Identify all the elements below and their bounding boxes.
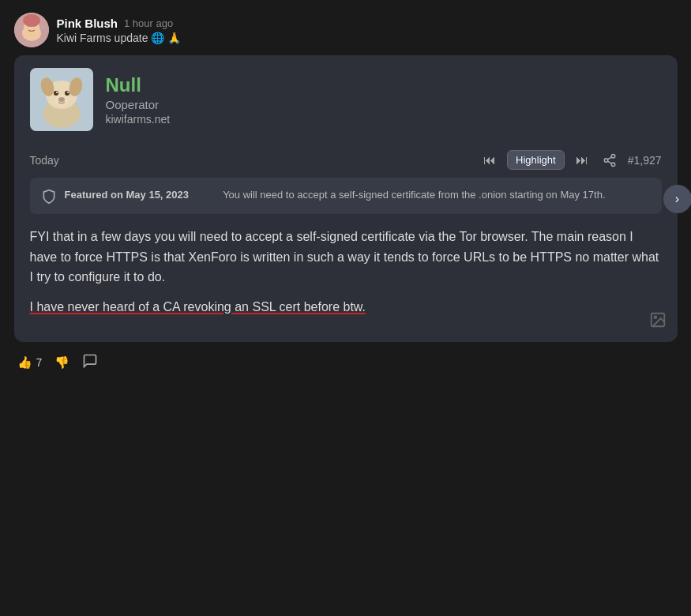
svg-line-21	[607, 156, 611, 159]
svg-line-20	[607, 161, 611, 163]
post-author: Pink Blush	[57, 17, 118, 30]
dislike-icon: 👎	[54, 355, 69, 370]
comment-icon	[82, 353, 98, 371]
post-card: Null Ooperator kiwifarms.net Today ⏮ Hig…	[14, 55, 678, 342]
post-title: Kiwi Farms update 🌐 🙏	[57, 32, 182, 44]
featured-date: Featured on May 15, 2023	[65, 189, 190, 201]
post-body: FYI that in a few days you will need to …	[30, 227, 662, 317]
post-container: Pink Blush 1 hour ago Kiwi Farms update …	[14, 13, 678, 371]
svg-point-16	[54, 95, 69, 106]
svg-point-5	[23, 14, 40, 27]
post-time: 1 hour ago	[124, 17, 173, 29]
svg-point-18	[604, 158, 608, 162]
svg-point-14	[67, 92, 69, 93]
like-button[interactable]: 👍 7	[17, 355, 43, 370]
post-author-row: Pink Blush 1 hour ago	[57, 17, 182, 30]
like-icon: 👍	[17, 355, 32, 370]
svg-point-11	[54, 91, 58, 96]
image-icon	[649, 311, 667, 332]
comment-button[interactable]	[82, 353, 98, 371]
svg-point-12	[65, 91, 69, 96]
post-number: #1,927	[628, 154, 662, 167]
card-avatar	[30, 68, 93, 131]
body-paragraph-1: FYI that in a few days you will need to …	[30, 227, 662, 287]
post-meta: Pink Blush 1 hour ago Kiwi Farms update …	[57, 17, 182, 44]
card-toolbar: Today ⏮ Highlight ⏭ #1,927	[30, 144, 662, 178]
shield-icon	[41, 189, 57, 205]
skip-back-button[interactable]: ⏮	[480, 152, 499, 169]
card-inner: Null Ooperator kiwifarms.net Today ⏮ Hig…	[14, 55, 678, 342]
svg-point-23	[654, 317, 656, 319]
author-avatar-img	[14, 13, 49, 47]
skip-forward-button[interactable]: ⏭	[573, 152, 591, 169]
highlight-button[interactable]: Highlight	[507, 150, 565, 170]
card-profile: Null Ooperator kiwifarms.net	[30, 68, 662, 131]
featured-box: Featured on May 15, 2023 You will need t…	[30, 178, 662, 214]
card-avatar-svg	[30, 68, 93, 131]
post-actions: 👍 7 👎	[14, 353, 678, 371]
share-button[interactable]	[599, 152, 620, 169]
toolbar-date: Today	[30, 154, 473, 167]
featured-description: You will need to accept a self-signed ce…	[223, 189, 605, 201]
like-count: 7	[36, 356, 43, 369]
card-user-info: Null Ooperator kiwifarms.net	[106, 68, 171, 126]
underlined-sentence: I have never heard of a CA revoking an S…	[30, 300, 366, 314]
share-icon	[603, 153, 617, 167]
card-role: Ooperator	[106, 98, 171, 111]
dislike-button[interactable]: 👎	[54, 355, 69, 370]
card-site: kiwifarms.net	[106, 113, 171, 126]
next-button[interactable]: ›	[663, 185, 692, 213]
author-avatar	[14, 13, 49, 47]
svg-point-13	[56, 92, 58, 93]
author-avatar-svg	[14, 13, 49, 47]
body-paragraph-2: I have never heard of a CA revoking an S…	[30, 297, 662, 317]
post-header: Pink Blush 1 hour ago Kiwi Farms update …	[14, 13, 678, 47]
svg-point-19	[611, 163, 615, 167]
card-username: Null	[106, 74, 171, 96]
featured-text: Featured on May 15, 2023 You will need t…	[65, 187, 606, 203]
svg-point-17	[611, 154, 615, 158]
